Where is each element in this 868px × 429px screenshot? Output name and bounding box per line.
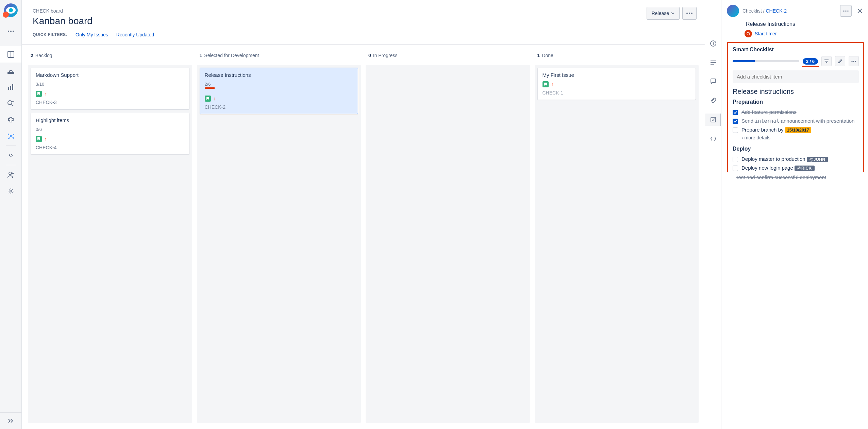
checklist-section: Preparation bbox=[733, 99, 859, 105]
checklist-item-text: Send internal announcement with presenta… bbox=[741, 118, 854, 124]
panel-comments-icon[interactable] bbox=[705, 75, 721, 88]
svg-point-21 bbox=[9, 172, 12, 175]
svg-line-19 bbox=[9, 136, 11, 138]
svg-point-29 bbox=[713, 42, 713, 42]
panel-side-icons bbox=[705, 0, 721, 429]
story-icon bbox=[36, 136, 42, 142]
checklist-count-badge: 2 / 6 bbox=[803, 58, 818, 65]
release-button[interactable]: Release bbox=[647, 7, 680, 20]
checklist-item[interactable]: Prepare branch by 15/10/2017 bbox=[733, 125, 859, 134]
story-icon bbox=[36, 91, 42, 97]
checkbox-icon[interactable] bbox=[733, 110, 738, 115]
priority-up-icon: ↑ bbox=[45, 136, 47, 142]
breadcrumb[interactable]: CHECK board bbox=[33, 8, 694, 14]
smart-checklist-title: Smart Checklist bbox=[733, 47, 859, 53]
svg-point-46 bbox=[853, 61, 854, 62]
checklist-item[interactable]: Send internal announcement with presenta… bbox=[733, 117, 859, 125]
column-backlog: 2Backlog Markdown Support 3/10 ↑ CHECK-3… bbox=[28, 51, 192, 423]
svg-rect-34 bbox=[711, 117, 716, 122]
sidebar-releases-icon[interactable] bbox=[0, 63, 21, 79]
sidebar-add-user-icon[interactable] bbox=[0, 167, 21, 183]
sidebar-expand-icon[interactable] bbox=[0, 413, 21, 429]
sidebar-search-icon[interactable] bbox=[0, 95, 21, 111]
card-progress: 0/6 bbox=[36, 127, 42, 132]
svg-point-45 bbox=[851, 61, 852, 62]
checklist-edit-button[interactable] bbox=[835, 56, 845, 66]
panel-breadcrumb: Checklist / CHECK-2 bbox=[742, 8, 787, 14]
card-key: CHECK-2 bbox=[205, 104, 353, 110]
panel-issue-link[interactable]: CHECK-2 bbox=[766, 8, 786, 14]
checklist-item-text: Deploy master to production @JOHN bbox=[741, 156, 828, 162]
card-check-4[interactable]: Highlight items 0/6 ↑ CHECK-4 bbox=[31, 113, 189, 155]
panel-code-icon[interactable] bbox=[705, 133, 721, 145]
sidebar-more-icon[interactable] bbox=[0, 23, 21, 39]
col-name: Selected for Development bbox=[204, 53, 259, 58]
sidebar-network-icon[interactable] bbox=[0, 128, 21, 144]
timer-icon bbox=[745, 30, 752, 37]
user-tag: @RICK bbox=[795, 166, 815, 171]
card-check-3[interactable]: Markdown Support 3/10 ↑ CHECK-3 bbox=[31, 68, 189, 109]
card-key: CHECK-4 bbox=[36, 145, 184, 150]
checklist-item[interactable]: Deploy new login page @RICK bbox=[733, 164, 859, 172]
checkbox-icon[interactable] bbox=[733, 119, 738, 124]
checklist-more-button[interactable] bbox=[849, 56, 859, 66]
priority-up-icon: ↑ bbox=[214, 96, 216, 101]
svg-rect-6 bbox=[10, 86, 11, 90]
checklist-progress-bar bbox=[733, 60, 799, 62]
col-name: Done bbox=[542, 53, 553, 58]
checkbox-icon[interactable] bbox=[733, 127, 738, 133]
svg-point-36 bbox=[845, 10, 847, 12]
sidebar-link-icon[interactable] bbox=[0, 147, 21, 164]
filter-only-my-issues[interactable]: Only My Issues bbox=[76, 32, 108, 37]
issue-detail-panel: Checklist / CHECK-2 Release Instructions… bbox=[705, 0, 868, 429]
svg-point-1 bbox=[10, 31, 12, 32]
checkbox-icon[interactable] bbox=[733, 166, 738, 171]
panel-more-button[interactable] bbox=[840, 5, 852, 17]
card-key: CHECK-1 bbox=[542, 90, 691, 96]
app-logo-icon bbox=[4, 3, 18, 17]
chevron-down-icon bbox=[671, 12, 674, 14]
more-details-link[interactable]: more details bbox=[741, 135, 859, 140]
checklist-section: Deploy bbox=[733, 146, 859, 152]
checklist-item[interactable]: Add feature permissions bbox=[733, 108, 859, 117]
main-content: CHECK board Kanban board Release QUICK F… bbox=[22, 0, 705, 429]
panel-close-button[interactable] bbox=[856, 7, 864, 15]
panel-info-icon[interactable] bbox=[705, 37, 721, 50]
card-title: My First Issue bbox=[542, 72, 691, 78]
svg-point-24 bbox=[10, 190, 12, 192]
col-count: 2 bbox=[31, 53, 33, 58]
board-more-button[interactable] bbox=[682, 7, 697, 20]
release-label: Release bbox=[652, 11, 669, 16]
panel-checklist-icon[interactable] bbox=[705, 114, 721, 126]
card-key: CHECK-3 bbox=[36, 100, 184, 105]
svg-point-26 bbox=[689, 13, 690, 14]
card-check-1[interactable]: My First Issue ↑ CHECK-1 bbox=[537, 68, 696, 100]
add-checklist-input[interactable] bbox=[733, 70, 859, 83]
page-title: Kanban board bbox=[33, 16, 694, 27]
card-title: Release Instructions bbox=[205, 72, 353, 78]
svg-point-0 bbox=[8, 31, 9, 32]
svg-point-35 bbox=[843, 10, 845, 12]
card-progress: 2/6 bbox=[205, 82, 211, 87]
col-count: 0 bbox=[368, 53, 371, 58]
filters-label: QUICK FILTERS: bbox=[33, 32, 67, 37]
sidebar-board-icon[interactable] bbox=[0, 46, 21, 63]
project-avatar-icon bbox=[727, 5, 739, 17]
checklist-item[interactable]: Deploy master to production @JOHN bbox=[733, 155, 859, 164]
checkbox-icon[interactable] bbox=[733, 157, 738, 162]
card-check-2[interactable]: Release Instructions 2/6 ↑ CHECK-2 bbox=[200, 68, 358, 114]
sidebar-reports-icon[interactable] bbox=[0, 79, 21, 95]
start-timer-link[interactable]: Start timer bbox=[755, 31, 777, 36]
filter-recently-updated[interactable]: Recently Updated bbox=[116, 32, 154, 37]
checklist-item-text: Deploy new login page @RICK bbox=[741, 165, 815, 171]
sidebar-settings-icon[interactable] bbox=[0, 183, 21, 199]
checklist-filter-button[interactable] bbox=[821, 56, 832, 66]
panel-attachments-icon[interactable] bbox=[705, 95, 721, 107]
svg-point-8 bbox=[8, 101, 12, 105]
card-title: Highlight items bbox=[36, 117, 184, 123]
sidebar-addons-icon[interactable] bbox=[0, 111, 21, 128]
panel-description-icon[interactable] bbox=[705, 56, 721, 69]
svg-rect-30 bbox=[713, 43, 714, 45]
column-done: 1Done My First Issue ↑ CHECK-1 bbox=[535, 51, 699, 423]
svg-point-40 bbox=[747, 32, 750, 35]
